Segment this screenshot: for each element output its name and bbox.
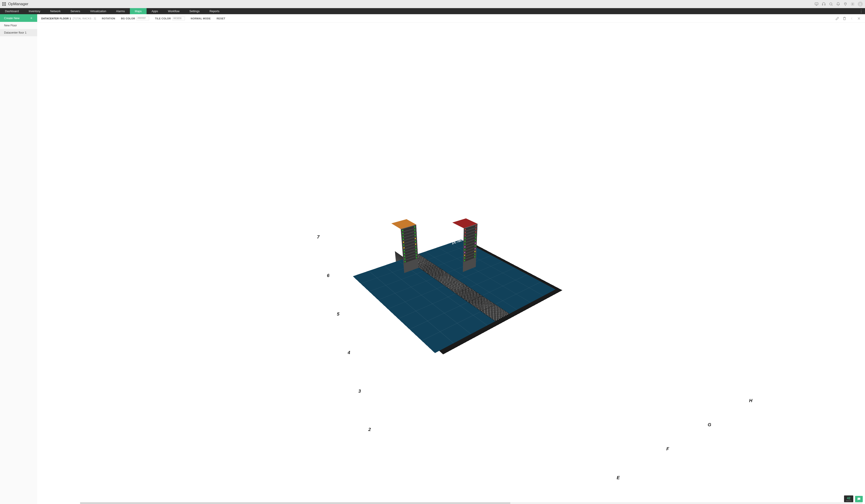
- col-label: H: [749, 398, 752, 403]
- plus-icon: ＋: [30, 16, 33, 21]
- headset-icon[interactable]: [822, 2, 826, 6]
- gear-icon[interactable]: [851, 2, 855, 6]
- plug-icon[interactable]: [843, 2, 847, 6]
- rotation-button[interactable]: ROTATION: [102, 17, 115, 20]
- nav-network[interactable]: Network: [45, 8, 66, 14]
- svg-point-4: [852, 4, 853, 5]
- floor-grid[interactable]: DC rack 1 DC rack 2: [353, 239, 555, 353]
- trash-icon[interactable]: [842, 16, 846, 21]
- present-icon[interactable]: [815, 2, 819, 6]
- svg-rect-1: [822, 4, 823, 5]
- nav-reports[interactable]: Reports: [205, 8, 224, 14]
- prev-icon[interactable]: [850, 16, 854, 21]
- nav-alarms[interactable]: Alarms: [111, 8, 130, 14]
- content-area: DATACENTER FLOOR 1 [TOTAL RACKS : 2] ROT…: [37, 14, 865, 504]
- col-label: E: [617, 475, 620, 480]
- alarm-count-label: Alarms: [846, 500, 852, 502]
- row-label: 2: [368, 427, 371, 432]
- svg-rect-2: [824, 4, 825, 5]
- row-label: 7: [317, 234, 320, 239]
- floor-canvas[interactable]: DC rack 1 DC rack 2: [37, 23, 865, 504]
- bgcolor-input[interactable]: [136, 17, 149, 20]
- floor-toolbar: DATACENTER FLOOR 1 [TOTAL RACKS : 2] ROT…: [37, 14, 865, 23]
- row-label: 5: [337, 312, 339, 317]
- rack-dc-rack-2[interactable]: DC rack 2: [452, 260, 475, 272]
- horizontal-scrollbar[interactable]: [80, 502, 862, 504]
- nav-apps[interactable]: Apps: [147, 8, 163, 14]
- close-icon[interactable]: [857, 16, 861, 21]
- page-title: DATACENTER FLOOR 1: [41, 17, 71, 20]
- mode-toggle[interactable]: NORMAL MODE: [191, 17, 211, 20]
- col-label: G: [708, 422, 712, 427]
- app-title: OpManager: [8, 2, 28, 6]
- row-label: 4: [348, 350, 350, 355]
- nav-inventory[interactable]: Inventory: [24, 8, 45, 14]
- create-new-button[interactable]: Create New ＋: [0, 14, 37, 22]
- svg-point-3: [830, 3, 832, 5]
- tilecolor-label: TILE COLOR: [155, 17, 171, 20]
- bell-icon[interactable]: [836, 2, 840, 6]
- row-label: 3: [358, 389, 361, 394]
- edit-icon[interactable]: [835, 16, 839, 21]
- row-label: 6: [327, 273, 330, 278]
- col-label: F: [666, 446, 669, 452]
- svg-point-5: [860, 3, 861, 4]
- apps-grid-icon[interactable]: [2, 2, 6, 6]
- reset-button[interactable]: RESET: [217, 17, 225, 20]
- create-new-label: Create New: [4, 16, 20, 20]
- nav-virtualization[interactable]: Virtualization: [85, 8, 111, 14]
- nav-servers[interactable]: Servers: [66, 8, 85, 14]
- sidebar-item-new-floor[interactable]: New Floor: [0, 22, 37, 29]
- bgcolor-label: BG COLOR: [121, 17, 135, 20]
- search-icon[interactable]: [829, 2, 833, 6]
- alarm-count: 42: [847, 496, 851, 500]
- tilecolor-input[interactable]: [172, 17, 185, 20]
- nav-settings[interactable]: Settings: [184, 8, 205, 14]
- alarm-counter[interactable]: 42 Alarms: [844, 495, 853, 502]
- sidebar-item-datacenter-floor-1[interactable]: Datacenter floor 1: [0, 29, 37, 36]
- nav-workflow[interactable]: Workflow: [163, 8, 184, 14]
- page-meta: [TOTAL RACKS : 2]: [73, 17, 96, 20]
- nav-overflow-icon[interactable]: ⋮: [859, 8, 863, 14]
- nav-dashboard[interactable]: Dashboard: [0, 8, 24, 14]
- sidebar: Create New ＋ New Floor Datacenter floor …: [0, 14, 37, 504]
- nav-maps[interactable]: Maps: [130, 8, 147, 14]
- chat-button[interactable]: [855, 496, 863, 502]
- user-avatar[interactable]: [858, 2, 863, 7]
- app-bar: OpManager: [0, 0, 865, 8]
- main-nav: Dashboard Inventory Network Servers Virt…: [0, 8, 865, 14]
